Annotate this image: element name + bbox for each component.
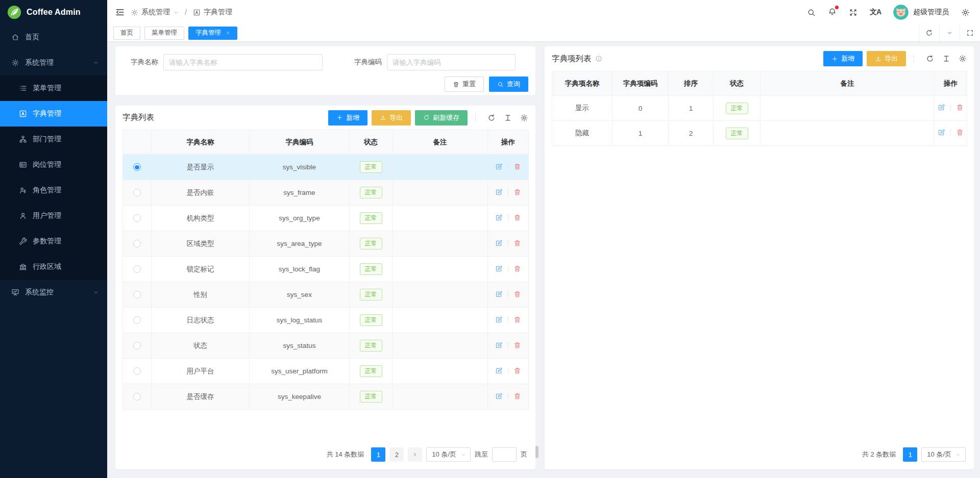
row-radio[interactable] — [133, 163, 141, 171]
delete-icon[interactable] — [513, 265, 521, 272]
edit-icon[interactable] — [495, 392, 503, 400]
delete-icon[interactable] — [513, 163, 521, 170]
sidebar-item-user-mgmt[interactable]: 用户管理 — [0, 203, 107, 229]
edit-icon[interactable] — [495, 290, 503, 298]
add-dict-item-button[interactable]: 新增 — [823, 51, 863, 66]
tabs-refresh-button[interactable] — [919, 24, 939, 41]
divider — [914, 55, 914, 63]
sidebar-item-home[interactable]: 首页 — [0, 24, 107, 50]
export-dict-button[interactable]: 导出 — [372, 110, 411, 125]
delete-icon[interactable] — [956, 104, 964, 111]
table-settings-icon[interactable] — [520, 114, 528, 122]
dict-item-row[interactable]: 隐藏12正常 — [552, 121, 967, 146]
delete-icon[interactable] — [513, 214, 521, 221]
edit-icon[interactable] — [495, 163, 503, 170]
sidebar-item-system-mgmt[interactable]: 系统管理 — [0, 50, 107, 76]
dict-row[interactable]: 是否内嵌sys_frame正常 — [123, 180, 529, 206]
tab-2[interactable]: 字典管理 — [188, 27, 237, 40]
notification-bell[interactable] — [828, 7, 837, 18]
table-density-icon[interactable] — [942, 55, 950, 63]
row-radio[interactable] — [133, 342, 141, 349]
dict-row[interactable]: 是否缓存sys_keepalive正常 — [123, 384, 529, 410]
fullscreen-icon[interactable] — [849, 8, 857, 17]
page-size-select[interactable]: 10 条/页 — [426, 447, 471, 462]
dict-name-input[interactable] — [163, 54, 323, 70]
table-refresh-icon[interactable] — [926, 55, 934, 63]
edit-icon[interactable] — [938, 104, 945, 111]
tab-1[interactable]: 菜单管理 — [144, 27, 184, 40]
page-button-2[interactable]: 2 — [389, 447, 404, 462]
delete-icon[interactable] — [513, 341, 521, 349]
tabs-dropdown-button[interactable] — [939, 24, 960, 41]
edit-icon[interactable] — [495, 316, 503, 323]
cell-status: 正常 — [714, 96, 761, 121]
table-refresh-icon[interactable] — [487, 114, 496, 122]
page-next-button[interactable] — [408, 447, 422, 462]
sidebar-item-admin-area[interactable]: 行政区域 — [0, 254, 107, 280]
settings-gear-icon[interactable] — [961, 8, 970, 17]
tabs-maximize-button[interactable] — [960, 24, 980, 41]
edit-icon[interactable] — [495, 239, 503, 247]
dict-row[interactable]: 日志状态sys_log_status正常 — [123, 308, 529, 333]
translate-icon[interactable]: 文A — [870, 8, 881, 17]
sidebar-item-param-mgmt[interactable]: 参数管理 — [0, 229, 107, 254]
export-dict-item-button[interactable]: 导出 — [867, 51, 906, 66]
dict-code-input[interactable] — [387, 54, 516, 70]
dict-row[interactable]: 性别sys_sex正常 — [123, 282, 529, 308]
user-menu[interactable]: 超级管理员 — [893, 5, 949, 20]
dict-row[interactable]: 机构类型sys_org_type正常 — [123, 206, 529, 231]
sidebar-item-sys-monitor[interactable]: 系统监控 — [0, 280, 107, 305]
page-size-select[interactable]: 10 条/页 — [921, 447, 966, 462]
sidebar-item-dict-mgmt[interactable]: 字典管理 — [0, 101, 107, 127]
row-radio[interactable] — [133, 240, 141, 247]
dict-row[interactable]: 状态sys_status正常 — [123, 333, 529, 359]
edit-icon[interactable] — [495, 214, 503, 221]
row-radio[interactable] — [133, 367, 141, 375]
reset-button[interactable]: 重置 — [445, 77, 484, 92]
dict-item-row[interactable]: 显示01正常 — [552, 96, 967, 121]
edit-icon[interactable] — [495, 367, 503, 374]
sidebar-item-menu-mgmt[interactable]: 菜单管理 — [0, 76, 107, 101]
delete-icon[interactable] — [956, 129, 964, 136]
row-radio[interactable] — [133, 189, 141, 196]
sidebar-item-role-mgmt[interactable]: 角色管理 — [0, 178, 107, 203]
tab-0[interactable]: 首页 — [113, 27, 140, 40]
row-radio[interactable] — [133, 291, 141, 298]
delete-icon[interactable] — [513, 290, 521, 298]
row-radio[interactable] — [133, 393, 141, 400]
query-button[interactable]: 查询 — [489, 77, 528, 92]
delete-icon[interactable] — [513, 239, 521, 247]
dict-row[interactable]: 锁定标记sys_lock_flag正常 — [123, 257, 529, 282]
scrollbar-thumb[interactable] — [535, 446, 538, 458]
page-button-1[interactable]: 1 — [903, 447, 917, 462]
tab-close-icon[interactable] — [226, 31, 230, 35]
delete-icon[interactable] — [513, 188, 521, 196]
row-radio[interactable] — [133, 265, 141, 273]
edit-icon[interactable] — [938, 129, 945, 136]
search-icon[interactable] — [807, 8, 816, 17]
delete-icon[interactable] — [513, 316, 521, 323]
delete-icon[interactable] — [513, 392, 521, 400]
table-density-icon[interactable] — [504, 114, 512, 122]
row-radio[interactable] — [133, 214, 141, 222]
breadcrumb-dict[interactable]: 字典管理 — [193, 8, 232, 17]
add-dict-button[interactable]: 新增 — [328, 110, 368, 125]
delete-icon[interactable] — [513, 367, 521, 374]
sidebar-item-dept-mgmt[interactable]: 部门管理 — [0, 127, 107, 152]
info-icon[interactable] — [595, 55, 602, 62]
edit-icon[interactable] — [495, 341, 503, 349]
jump-input[interactable] — [492, 447, 517, 462]
sidebar-item-post-mgmt[interactable]: 岗位管理 — [0, 152, 107, 178]
row-radio[interactable] — [133, 316, 141, 324]
table-settings-icon[interactable] — [959, 55, 967, 63]
edit-icon[interactable] — [495, 265, 503, 272]
dict-row[interactable]: 用户平台sys_user_platform正常 — [123, 359, 529, 384]
refresh-cache-button[interactable]: 刷新缓存 — [415, 110, 468, 125]
dict-row[interactable]: 区域类型sys_area_type正常 — [123, 231, 529, 257]
sidebar-collapse-icon[interactable] — [115, 8, 125, 17]
dict-row[interactable]: 是否显示sys_visible正常 — [123, 155, 529, 180]
breadcrumb-system[interactable]: 系统管理 — [131, 8, 179, 17]
edit-icon[interactable] — [495, 188, 503, 196]
page-button-1[interactable]: 1 — [371, 447, 385, 462]
app-logo[interactable]: Coffee Admin — [0, 0, 107, 24]
